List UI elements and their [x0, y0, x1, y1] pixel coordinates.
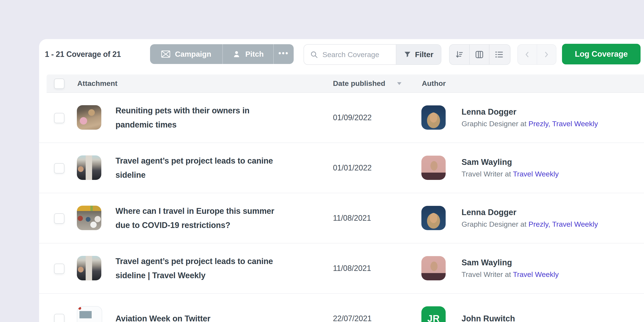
pagination-group	[517, 44, 556, 65]
filter-label: Filter	[415, 50, 434, 59]
log-coverage-button[interactable]: Log Coverage	[562, 44, 640, 64]
search-box[interactable]	[304, 45, 396, 64]
table-row[interactable]: Where can I travel in Europe this summer…	[39, 193, 644, 243]
coverage-title[interactable]: Travel agent’s pet project leads to cani…	[116, 154, 273, 182]
campaign-button[interactable]: Campaign	[150, 44, 222, 64]
table-body: Reuniting pets with their owners in pand…	[39, 93, 644, 322]
attachment-thumbnail[interactable]	[77, 105, 101, 130]
chevron-left-icon	[523, 51, 531, 58]
publication-link[interactable]: Travel Weekly	[552, 220, 598, 228]
author-cell: John Ruwitch	[462, 294, 515, 322]
campaign-label: Campaign	[175, 50, 211, 58]
funnel-icon	[404, 51, 411, 58]
ellipsis-icon: •••	[278, 49, 289, 58]
author-name: John Ruwitch	[462, 314, 515, 322]
date-published-value: 01/01/2022	[333, 143, 372, 193]
column-header-date-published[interactable]: Date published	[333, 74, 385, 92]
date-published-value: 01/09/2022	[333, 93, 372, 142]
next-page-button[interactable]	[537, 45, 556, 64]
table-row[interactable]: Reuniting pets with their owners in pand…	[39, 93, 644, 142]
author-cell: Sam Wayling Travel Writer at Travel Week…	[462, 244, 559, 293]
attachment-thumbnail[interactable]	[77, 256, 101, 280]
attachment-thumbnail[interactable]	[77, 306, 102, 322]
coverage-title[interactable]: Where can I travel in Europe this summer…	[116, 204, 274, 232]
filter-button[interactable]: Filter	[396, 45, 441, 64]
sort-descending-icon	[455, 50, 464, 59]
table-row[interactable]: Aviation Week on Twitter 22/07/2021 JR J…	[39, 293, 644, 322]
table-row[interactable]: Travel agent’s pet project leads to cani…	[39, 142, 644, 193]
column-header-attachment[interactable]: Attachment	[77, 74, 118, 92]
row-checkbox[interactable]	[54, 163, 64, 174]
action-button-group: Campaign Pitch •••	[150, 44, 294, 64]
row-checkbox[interactable]	[54, 264, 64, 274]
publication-link[interactable]: Prezly,	[528, 220, 550, 228]
list-view-button[interactable]	[489, 45, 509, 64]
person-icon	[232, 50, 241, 58]
publication-link[interactable]: Travel Weekly	[513, 170, 559, 178]
author-avatar	[422, 156, 446, 180]
author-name: Lenna Dogger	[462, 208, 598, 217]
pitch-label: Pitch	[245, 50, 264, 58]
columns-icon	[475, 50, 484, 59]
select-all-checkbox[interactable]	[54, 78, 64, 89]
row-checkbox[interactable]	[54, 214, 64, 224]
table-row[interactable]: Travel agent’s pet project leads to cani…	[39, 243, 644, 293]
author-role: Graphic Designer at Prezly, Travel Weekl…	[462, 120, 598, 128]
date-published-value: 22/07/2021	[333, 294, 372, 322]
sort-view-button[interactable]	[450, 45, 469, 64]
author-name: Sam Wayling	[462, 158, 559, 167]
author-role-text: Graphic Designer at	[462, 220, 526, 228]
envelope-icon	[161, 50, 170, 58]
author-cell: Lenna Dogger Graphic Designer at Prezly,…	[462, 193, 598, 243]
row-checkbox[interactable]	[54, 113, 64, 123]
coverage-count: 1 - 21 Coverage of 21	[45, 46, 121, 63]
author-role-text: Graphic Designer at	[462, 120, 526, 128]
author-cell: Lenna Dogger Graphic Designer at Prezly,…	[462, 93, 598, 142]
author-role: Graphic Designer at Prezly, Travel Weekl…	[462, 220, 598, 228]
page-background: 1 - 21 Coverage of 21 Campaign	[0, 0, 644, 322]
publication-link[interactable]: Travel Weekly	[552, 120, 598, 128]
previous-page-button[interactable]	[518, 45, 537, 64]
columns-view-button[interactable]	[469, 45, 489, 64]
publication-link[interactable]: Travel Weekly	[513, 270, 559, 278]
coverage-title[interactable]: Aviation Week on Twitter	[116, 312, 210, 322]
column-header-author[interactable]: Author	[422, 74, 446, 92]
pitch-button[interactable]: Pitch	[222, 44, 273, 64]
author-role-text: Travel Writer at	[462, 270, 511, 278]
publication-link[interactable]: Prezly,	[528, 120, 550, 128]
more-actions-button[interactable]: •••	[273, 44, 294, 64]
attachment-thumbnail[interactable]	[77, 206, 101, 230]
date-published-value: 11/08/2021	[333, 193, 371, 243]
author-name: Lenna Dogger	[462, 107, 598, 116]
search-filter-group: Filter	[304, 44, 441, 65]
search-icon	[310, 50, 318, 58]
view-toggle-group	[449, 44, 510, 65]
author-avatar	[422, 206, 446, 230]
coverage-title[interactable]: Reuniting pets with their owners in pand…	[116, 104, 250, 132]
coverage-panel: 1 - 21 Coverage of 21 Campaign	[39, 39, 644, 322]
author-avatar: JR	[422, 306, 446, 322]
author-avatar	[422, 256, 446, 280]
author-avatar	[422, 106, 446, 130]
search-input[interactable]	[322, 50, 394, 59]
bullet-list-icon	[494, 50, 504, 59]
caret-down-icon	[397, 82, 402, 85]
table-header: Attachment Date published Author	[46, 74, 644, 93]
author-name: Sam Wayling	[462, 258, 559, 267]
date-published-value: 11/08/2021	[333, 244, 371, 293]
attachment-thumbnail[interactable]	[77, 156, 101, 180]
author-role-text: Travel Writer at	[462, 170, 511, 178]
author-role: Travel Writer at Travel Weekly	[462, 170, 559, 178]
coverage-title[interactable]: Travel agent’s pet project leads to cani…	[116, 254, 273, 282]
author-role: Travel Writer at Travel Weekly	[462, 270, 559, 279]
author-cell: Sam Wayling Travel Writer at Travel Week…	[462, 143, 559, 193]
row-checkbox[interactable]	[54, 314, 64, 322]
chevron-right-icon	[542, 51, 550, 58]
